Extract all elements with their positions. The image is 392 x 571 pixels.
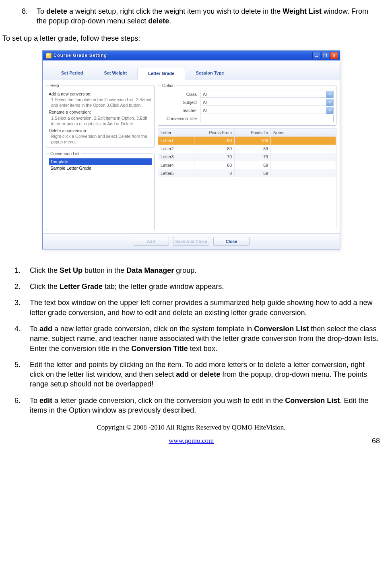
table-row[interactable]: Letter5059 [158, 169, 336, 177]
option-legend: Option [161, 83, 176, 88]
list-item: 3.The text box window on the upper left … [14, 298, 380, 318]
list-item: 1.Click the Set Up button in the Data Ma… [14, 266, 380, 275]
save-and-close-button[interactable]: Save And Close [173, 237, 209, 246]
step-8: 8. To delete a weight setup, right click… [22, 6, 380, 26]
subject-label: Subject [161, 100, 200, 105]
page-number: 68 [372, 436, 380, 446]
tab-letter-grade[interactable]: Letter Grade [137, 68, 185, 80]
copyright-text: Copyright © 2008 -2010 All Rights Reserv… [2, 423, 380, 432]
add-button[interactable]: Add [133, 237, 169, 246]
minimize-button[interactable] [312, 52, 320, 59]
grid-header: Letter Points From Points To Notes [158, 129, 336, 137]
step-8-number: 8. [22, 6, 35, 16]
window-title: Course Grade Setting [54, 52, 107, 58]
conversion-list-fieldset: Conversion List Template Sample Letter G… [46, 151, 155, 230]
window-icon [46, 53, 52, 58]
conversion-list-item-template[interactable]: Template [49, 158, 152, 165]
conversion-list-legend: Conversion List [49, 151, 81, 156]
close-button[interactable]: Close [213, 237, 250, 246]
table-row[interactable]: Letter28089 [158, 145, 336, 153]
letter-grade-grid[interactable]: Letter Points From Points To Notes Lette… [158, 128, 336, 230]
help-fieldset: Help Add a new conversion: 1.Select the … [46, 83, 155, 148]
table-row[interactable]: Letter190100 [158, 137, 336, 145]
close-window-button[interactable]: × [330, 52, 338, 59]
tab-set-period[interactable]: Set Period [51, 68, 93, 80]
teacher-select[interactable]: All [200, 107, 334, 114]
class-label: Class [161, 91, 200, 97]
footer-url[interactable]: www.qomo.com [2, 436, 380, 446]
subject-select[interactable]: All [200, 99, 334, 106]
conversion-title-input[interactable] [200, 115, 334, 122]
conversion-list-item-sample[interactable]: Sample Letter Grade [49, 165, 152, 172]
chevron-down-icon [326, 99, 333, 106]
chevron-down-icon [326, 91, 333, 98]
dialog-button-row: Add Save And Close Close [43, 233, 340, 249]
tabs-row: Set Period Set Weight Letter Grade Sessi… [43, 60, 340, 80]
course-grade-setting-window: Course Grade Setting × Set Period Set We… [42, 50, 340, 249]
chevron-down-icon [326, 107, 333, 114]
maximize-button[interactable] [321, 52, 329, 59]
conversion-title-label: Conversion Title [161, 116, 200, 121]
list-item: 5.Edit the letter and points by clicking… [14, 360, 380, 389]
table-row[interactable]: Letter37079 [158, 153, 336, 161]
teacher-label: Teacher [161, 108, 200, 113]
tab-set-weight[interactable]: Set Weight [93, 68, 137, 80]
tab-session-type[interactable]: Session Type [185, 68, 234, 80]
screenshot-figure: Course Grade Setting × Set Period Set We… [2, 50, 380, 249]
option-fieldset: Option Class All Subject All [158, 83, 336, 126]
page-footer: Copyright © 2008 -2010 All Rights Reserv… [2, 423, 380, 446]
instruction-list: 1.Click the Set Up button in the Data Ma… [14, 266, 380, 415]
lead-text: To set up a letter grade, follow these s… [2, 33, 380, 43]
window-titlebar[interactable]: Course Grade Setting × [43, 51, 340, 60]
table-row[interactable]: Letter46069 [158, 161, 336, 169]
list-item: 6.To edit a letter grade conversion, cli… [14, 396, 380, 415]
step-8-text: To delete a weight setup, right click th… [37, 6, 379, 26]
list-item: 4.To add a new letter grade conversion, … [14, 324, 380, 353]
list-item: 2.Click the Letter Grade tab; the letter… [14, 282, 380, 291]
help-legend: Help [49, 83, 61, 88]
class-select[interactable]: All [200, 91, 334, 98]
